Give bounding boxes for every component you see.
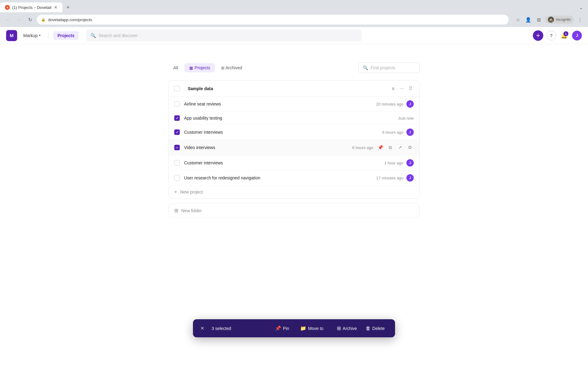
selection-bar: ✕ 3 selected 📌 Pin 📁 Move to ⊞ Archive 🗑…	[193, 319, 395, 337]
project-meta-3: 6 hours ago 📌 ⧉ ↗ ⚙	[352, 144, 414, 151]
group-actions: ∧ ··· ⠿	[390, 85, 414, 92]
delete-label: Delete	[372, 326, 385, 331]
filter-bar: All ▦ Projects ⊞ Archived 🔍 Find project…	[168, 63, 420, 73]
project-time-3: 6 hours ago	[352, 145, 373, 150]
project-row[interactable]: Customer interviews 1 hour ago J	[169, 155, 419, 171]
copy-row-button[interactable]: ⧉	[386, 144, 394, 151]
archived-tab-label: Archived	[225, 65, 242, 70]
nav-divider	[48, 32, 48, 39]
tab-all[interactable]: All	[168, 63, 183, 72]
find-projects-input[interactable]: 🔍 Find projects	[358, 63, 420, 73]
delete-icon: 🗑	[366, 326, 371, 331]
group-checkbox[interactable]	[174, 86, 180, 91]
project-row[interactable]: User research for redesigned navigation …	[169, 171, 419, 186]
project-time-5: 17 minutes ago	[376, 176, 403, 180]
tab-projects[interactable]: ▦ Projects	[184, 63, 215, 72]
new-project-row[interactable]: + New project	[169, 186, 419, 198]
project-avatar-0: J	[406, 100, 414, 108]
active-tab[interactable]: ● (1) Projects – Dovetail ✕	[0, 2, 62, 12]
back-button[interactable]: ←	[4, 15, 12, 24]
project-row[interactable]: Airline seat reviews 20 minutes ago J	[169, 97, 419, 112]
incognito-label: Incognito	[556, 17, 571, 22]
new-folder-icon: ⊞	[174, 208, 178, 213]
project-meta-0: 20 minutes ago J	[376, 100, 414, 108]
selection-close-button[interactable]: ✕	[200, 325, 204, 331]
tab-archived[interactable]: ⊞ Archived	[216, 63, 247, 72]
project-row[interactable]: App usability testing Just now	[169, 112, 419, 125]
new-project-label: New project	[180, 190, 203, 194]
project-name-4: Customer interviews	[184, 160, 384, 165]
project-name-5: User research for redesigned navigation	[184, 175, 376, 180]
project-checkbox-3[interactable]	[174, 145, 180, 150]
new-folder-label: New folder	[181, 208, 202, 213]
project-meta-1: Just now	[398, 116, 414, 121]
group-drag-handle[interactable]: ⠿	[408, 85, 414, 92]
bookmark-button[interactable]: ☆	[514, 15, 522, 24]
settings-row-button[interactable]: ⚙	[406, 144, 414, 151]
collapse-button[interactable]: ∧	[390, 85, 396, 92]
url-text: dovetailapp.com/projects	[48, 17, 92, 22]
group-name: Sample data	[188, 86, 386, 91]
project-avatar-2: J	[406, 128, 414, 136]
help-button[interactable]: ?	[546, 31, 556, 40]
projects-tab-icon: ▦	[189, 66, 193, 70]
project-list: Sample data ∧ ··· ⠿ Airline seat reviews…	[168, 80, 420, 199]
workspace-avatar[interactable]: M	[6, 30, 17, 41]
archive-button[interactable]: ⊞ Archive	[334, 324, 360, 333]
tab-title: (1) Projects – Dovetail	[12, 5, 51, 10]
move-to-icon: 📁	[300, 325, 306, 331]
notification-badge: 1	[564, 31, 568, 36]
delete-button[interactable]: 🗑 Delete	[363, 324, 388, 333]
group-header-sample-data: Sample data ∧ ··· ⠿	[169, 81, 419, 97]
nav-projects-button[interactable]: Projects	[53, 31, 79, 40]
project-time-4: 1 hour ago	[384, 161, 403, 165]
incognito-button[interactable]: 🕵 Incognito	[545, 16, 574, 24]
add-button[interactable]: +	[533, 30, 543, 41]
pin-label: Pin	[283, 326, 289, 331]
forward-button[interactable]: →	[15, 15, 23, 24]
project-row[interactable]: Customer interviews 6 hours ago J	[169, 125, 419, 140]
new-project-icon: +	[174, 189, 177, 195]
search-placeholder: Search and discover	[99, 33, 138, 38]
tab-overflow-button[interactable]: ⌄	[579, 5, 583, 10]
project-name-2: Customer interviews	[184, 130, 382, 135]
lock-icon: 🔒	[41, 17, 46, 22]
project-row[interactable]: Video interviews 6 hours ago 📌 ⧉ ↗ ⚙	[169, 140, 419, 155]
project-meta-5: 17 minutes ago J	[376, 174, 414, 182]
reload-button[interactable]: ↻	[26, 15, 34, 24]
extensions-button[interactable]: ⊞	[534, 15, 543, 24]
find-placeholder: Find projects	[371, 65, 395, 70]
user-avatar-button[interactable]: J	[572, 31, 582, 40]
project-meta-4: 1 hour ago J	[384, 159, 414, 167]
project-checkbox-0[interactable]	[174, 101, 180, 107]
project-meta-2: 6 hours ago J	[382, 128, 414, 136]
nav-right-actions: + ? 🔔 1 J	[533, 30, 582, 41]
project-checkbox-5[interactable]	[174, 175, 180, 181]
move-to-button[interactable]: 📁 Move to	[297, 324, 326, 333]
new-folder-section[interactable]: ⊞ New folder	[168, 204, 420, 217]
profile-button[interactable]: 👤	[524, 15, 533, 24]
project-checkbox-4[interactable]	[174, 160, 180, 166]
project-checkbox-1[interactable]	[174, 115, 180, 121]
project-avatar-5: J	[406, 174, 414, 182]
new-folder-row[interactable]: ⊞ New folder	[169, 204, 419, 217]
workspace-dropdown[interactable]: Markup ▾	[21, 32, 43, 39]
project-checkbox-2[interactable]	[174, 129, 180, 135]
menu-button[interactable]: ⋮	[576, 15, 584, 24]
notifications-button[interactable]: 🔔 1	[559, 31, 569, 40]
pin-selected-button[interactable]: 📌 Pin	[272, 324, 292, 333]
move-row-button[interactable]: ↗	[396, 144, 404, 151]
move-to-label: Move to	[308, 326, 323, 331]
group-more-button[interactable]: ···	[399, 85, 405, 92]
pin-row-button[interactable]: 📌	[376, 144, 384, 151]
project-time-2: 6 hours ago	[382, 130, 403, 135]
selection-actions: 📌 Pin 📁 Move to	[272, 324, 326, 333]
selection-count: 3 selected	[212, 326, 265, 331]
tab-close-button[interactable]: ✕	[54, 5, 58, 10]
incognito-icon: 🕵	[548, 17, 554, 23]
find-icon: 🔍	[363, 65, 368, 70]
search-icon: 🔍	[90, 33, 96, 38]
global-search-bar[interactable]: 🔍 Search and discover	[86, 30, 362, 41]
new-tab-button[interactable]: +	[64, 3, 72, 12]
url-bar[interactable]: 🔒 dovetailapp.com/projects	[37, 15, 509, 25]
